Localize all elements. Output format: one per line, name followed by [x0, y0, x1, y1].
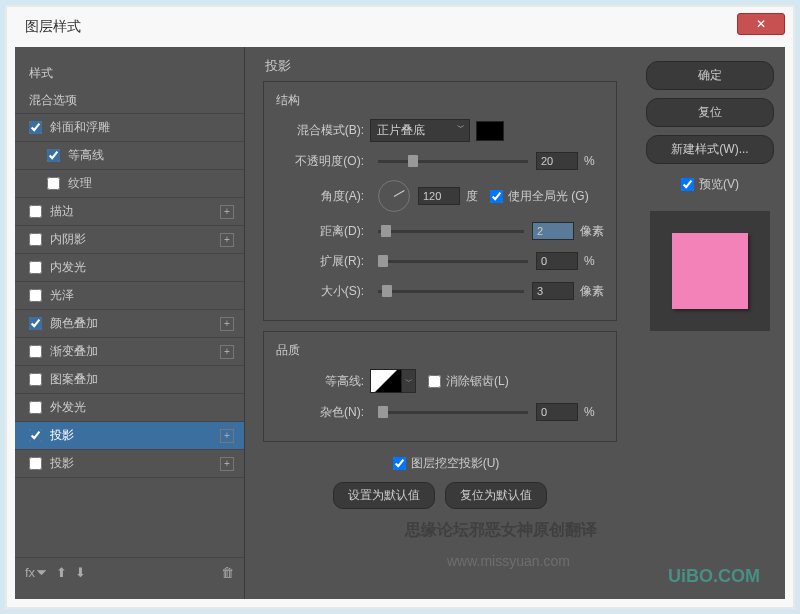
style-gradient-overlay-checkbox[interactable] — [29, 345, 42, 358]
sidebar-blend-options[interactable]: 混合选项 — [15, 88, 244, 114]
style-texture[interactable]: 纹理 — [15, 170, 244, 198]
spread-input[interactable]: 0 — [536, 252, 578, 270]
distance-input[interactable]: 2 — [532, 222, 574, 240]
style-label: 颜色叠加 — [50, 315, 98, 332]
close-button[interactable]: ✕ — [737, 13, 785, 35]
right-panel: 确定 复位 新建样式(W)... 预览(V) — [635, 47, 785, 599]
add-icon[interactable]: + — [220, 317, 234, 331]
watermark-domain: UiBO.COM — [668, 566, 760, 586]
quality-label: 品质 — [276, 342, 604, 359]
opacity-input[interactable]: 20 — [536, 152, 578, 170]
opacity-unit: % — [584, 154, 595, 168]
titlebar: 图层样式 ✕ — [7, 7, 793, 47]
add-icon[interactable]: + — [220, 457, 234, 471]
style-inner-shadow-checkbox[interactable] — [29, 233, 42, 246]
contour-row: 等高线: ﹀ 消除锯齿(L) — [276, 369, 604, 393]
style-label: 纹理 — [68, 175, 92, 192]
opacity-slider[interactable] — [378, 160, 528, 163]
sidebar-footer: fx⏷ ⬆ ⬇ 🗑 — [15, 557, 244, 587]
reset-default-button[interactable]: 复位为默认值 — [445, 482, 547, 509]
style-contour-checkbox[interactable] — [47, 149, 60, 162]
spread-row: 扩展(R): 0 % — [276, 250, 604, 272]
style-gradient-overlay[interactable]: 渐变叠加 + — [15, 338, 244, 366]
trash-icon[interactable]: 🗑 — [221, 565, 234, 580]
style-drop-shadow-2[interactable]: 投影 + — [15, 450, 244, 478]
blend-mode-dropdown[interactable]: 正片叠底 — [370, 119, 470, 142]
arrow-up-icon[interactable]: ⬆ — [56, 565, 67, 580]
angle-dial[interactable] — [378, 180, 410, 212]
style-label: 渐变叠加 — [50, 343, 98, 360]
noise-slider[interactable] — [378, 411, 528, 414]
structure-group: 结构 混合模式(B): 正片叠底 不透明度(O): 20 % 角度(A): 12… — [263, 81, 617, 321]
noise-input[interactable]: 0 — [536, 403, 578, 421]
style-outer-glow-checkbox[interactable] — [29, 401, 42, 414]
style-color-overlay[interactable]: 颜色叠加 + — [15, 310, 244, 338]
global-light-checkbox[interactable] — [490, 190, 503, 203]
contour-label: 等高线: — [276, 373, 364, 390]
spread-unit: % — [584, 254, 595, 268]
arrow-down-icon[interactable]: ⬇ — [75, 565, 86, 580]
fx-icon[interactable]: fx⏷ — [25, 565, 48, 580]
contour-picker[interactable] — [370, 369, 402, 393]
blend-mode-label: 混合模式(B): — [276, 122, 364, 139]
spread-slider[interactable] — [378, 260, 528, 263]
style-stroke-checkbox[interactable] — [29, 205, 42, 218]
style-label: 等高线 — [68, 147, 104, 164]
size-slider[interactable] — [378, 290, 524, 293]
add-icon[interactable]: + — [220, 205, 234, 219]
dialog-body: 样式 混合选项 斜面和浮雕 等高线 纹理 — [15, 47, 785, 599]
shadow-color-swatch[interactable] — [476, 121, 504, 141]
window-title: 图层样式 — [17, 14, 89, 40]
style-contour[interactable]: 等高线 — [15, 142, 244, 170]
style-inner-shadow[interactable]: 内阴影 + — [15, 226, 244, 254]
style-inner-glow-checkbox[interactable] — [29, 261, 42, 274]
antialias-checkbox[interactable] — [428, 375, 441, 388]
style-inner-glow[interactable]: 内发光 — [15, 254, 244, 282]
knockout-checkbox[interactable] — [393, 457, 406, 470]
dialog-window: 图层样式 ✕ 样式 混合选项 斜面和浮雕 等高线 — [5, 5, 795, 609]
make-default-button[interactable]: 设置为默认值 — [333, 482, 435, 509]
style-bevel-checkbox[interactable] — [29, 121, 42, 134]
knockout-check[interactable]: 图层挖空投影(U) — [393, 455, 500, 472]
style-color-overlay-checkbox[interactable] — [29, 317, 42, 330]
global-light-label: 使用全局光 (G) — [508, 188, 589, 205]
contour-dropdown-icon[interactable]: ﹀ — [402, 369, 416, 393]
style-pattern-overlay-checkbox[interactable] — [29, 373, 42, 386]
add-icon[interactable]: + — [220, 429, 234, 443]
style-pattern-overlay[interactable]: 图案叠加 — [15, 366, 244, 394]
preview-label: 预览(V) — [699, 176, 739, 193]
structure-label: 结构 — [276, 92, 604, 109]
preview-check[interactable]: 预览(V) — [681, 176, 739, 193]
style-satin[interactable]: 光泽 — [15, 282, 244, 310]
noise-label: 杂色(N): — [276, 404, 364, 421]
preview-checkbox[interactable] — [681, 178, 694, 191]
style-satin-checkbox[interactable] — [29, 289, 42, 302]
style-drop-shadow-2-checkbox[interactable] — [29, 457, 42, 470]
angle-label: 角度(A): — [276, 188, 364, 205]
blend-mode-row: 混合模式(B): 正片叠底 — [276, 119, 604, 142]
style-list: 斜面和浮雕 等高线 纹理 描边 + — [15, 114, 244, 557]
new-style-button[interactable]: 新建样式(W)... — [646, 135, 774, 164]
style-texture-checkbox[interactable] — [47, 177, 60, 190]
style-drop-shadow-1[interactable]: 投影 + — [15, 422, 244, 450]
distance-slider[interactable] — [378, 230, 524, 233]
style-label: 投影 — [50, 427, 74, 444]
style-bevel[interactable]: 斜面和浮雕 — [15, 114, 244, 142]
noise-unit: % — [584, 405, 595, 419]
style-label: 斜面和浮雕 — [50, 119, 110, 136]
antialias-check[interactable]: 消除锯齿(L) — [428, 373, 509, 390]
cancel-button[interactable]: 复位 — [646, 98, 774, 127]
style-outer-glow[interactable]: 外发光 — [15, 394, 244, 422]
add-icon[interactable]: + — [220, 233, 234, 247]
ok-button[interactable]: 确定 — [646, 61, 774, 90]
global-light-check[interactable]: 使用全局光 (G) — [490, 188, 589, 205]
add-icon[interactable]: + — [220, 345, 234, 359]
size-unit: 像素 — [580, 283, 604, 300]
angle-input[interactable]: 120 — [418, 187, 460, 205]
style-drop-shadow-checkbox[interactable] — [29, 429, 42, 442]
style-stroke[interactable]: 描边 + — [15, 198, 244, 226]
style-label: 投影 — [50, 455, 74, 472]
size-input[interactable]: 3 — [532, 282, 574, 300]
noise-row: 杂色(N): 0 % — [276, 401, 604, 423]
main-panel: 投影 结构 混合模式(B): 正片叠底 不透明度(O): 20 % 角度(A): — [245, 47, 635, 599]
